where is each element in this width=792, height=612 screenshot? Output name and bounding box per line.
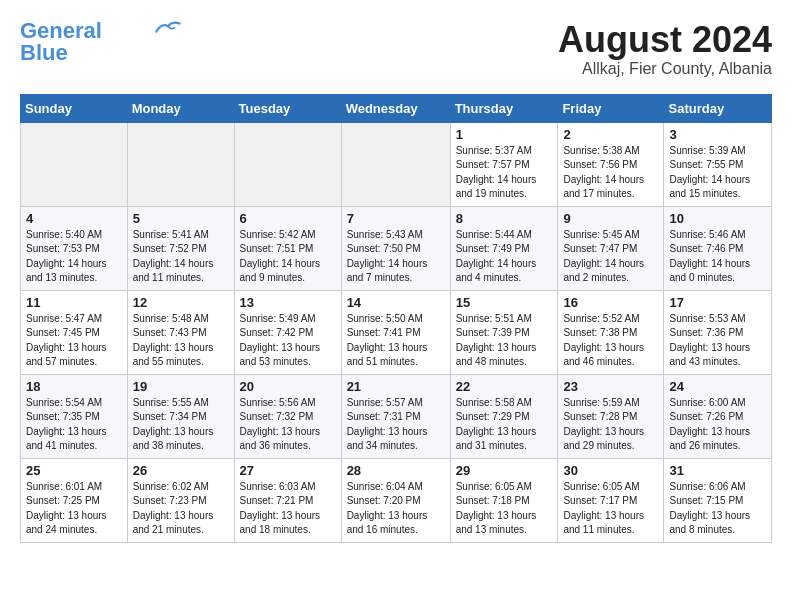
day-detail: Sunrise: 6:01 AM Sunset: 7:25 PM Dayligh… bbox=[26, 480, 122, 538]
day-number: 23 bbox=[563, 379, 658, 394]
calendar-cell: 18Sunrise: 5:54 AM Sunset: 7:35 PM Dayli… bbox=[21, 374, 128, 458]
day-number: 14 bbox=[347, 295, 445, 310]
calendar-cell: 2Sunrise: 5:38 AM Sunset: 7:56 PM Daylig… bbox=[558, 122, 664, 206]
week-row-2: 11Sunrise: 5:47 AM Sunset: 7:45 PM Dayli… bbox=[21, 290, 772, 374]
calendar-cell: 6Sunrise: 5:42 AM Sunset: 7:51 PM Daylig… bbox=[234, 206, 341, 290]
calendar-cell: 30Sunrise: 6:05 AM Sunset: 7:17 PM Dayli… bbox=[558, 458, 664, 542]
day-detail: Sunrise: 5:57 AM Sunset: 7:31 PM Dayligh… bbox=[347, 396, 445, 454]
logo: General Blue bbox=[20, 20, 182, 64]
day-number: 9 bbox=[563, 211, 658, 226]
calendar-cell: 15Sunrise: 5:51 AM Sunset: 7:39 PM Dayli… bbox=[450, 290, 558, 374]
day-number: 28 bbox=[347, 463, 445, 478]
week-row-4: 25Sunrise: 6:01 AM Sunset: 7:25 PM Dayli… bbox=[21, 458, 772, 542]
calendar-cell bbox=[127, 122, 234, 206]
day-detail: Sunrise: 5:39 AM Sunset: 7:55 PM Dayligh… bbox=[669, 144, 766, 202]
calendar-cell: 28Sunrise: 6:04 AM Sunset: 7:20 PM Dayli… bbox=[341, 458, 450, 542]
day-number: 20 bbox=[240, 379, 336, 394]
day-number: 2 bbox=[563, 127, 658, 142]
logo-bird-icon bbox=[154, 19, 182, 37]
title-block: August 2024 Allkaj, Fier County, Albania bbox=[558, 20, 772, 78]
calendar-cell: 22Sunrise: 5:58 AM Sunset: 7:29 PM Dayli… bbox=[450, 374, 558, 458]
day-detail: Sunrise: 5:41 AM Sunset: 7:52 PM Dayligh… bbox=[133, 228, 229, 286]
day-number: 22 bbox=[456, 379, 553, 394]
day-number: 12 bbox=[133, 295, 229, 310]
day-detail: Sunrise: 5:59 AM Sunset: 7:28 PM Dayligh… bbox=[563, 396, 658, 454]
calendar-cell: 13Sunrise: 5:49 AM Sunset: 7:42 PM Dayli… bbox=[234, 290, 341, 374]
location: Allkaj, Fier County, Albania bbox=[558, 60, 772, 78]
calendar-cell: 11Sunrise: 5:47 AM Sunset: 7:45 PM Dayli… bbox=[21, 290, 128, 374]
month-title: August 2024 bbox=[558, 20, 772, 60]
calendar-cell: 23Sunrise: 5:59 AM Sunset: 7:28 PM Dayli… bbox=[558, 374, 664, 458]
day-detail: Sunrise: 5:45 AM Sunset: 7:47 PM Dayligh… bbox=[563, 228, 658, 286]
calendar-cell: 31Sunrise: 6:06 AM Sunset: 7:15 PM Dayli… bbox=[664, 458, 772, 542]
weekday-header-row: SundayMondayTuesdayWednesdayThursdayFrid… bbox=[21, 94, 772, 122]
weekday-header-wednesday: Wednesday bbox=[341, 94, 450, 122]
day-detail: Sunrise: 6:06 AM Sunset: 7:15 PM Dayligh… bbox=[669, 480, 766, 538]
day-detail: Sunrise: 5:56 AM Sunset: 7:32 PM Dayligh… bbox=[240, 396, 336, 454]
calendar-cell: 1Sunrise: 5:37 AM Sunset: 7:57 PM Daylig… bbox=[450, 122, 558, 206]
weekday-header-monday: Monday bbox=[127, 94, 234, 122]
weekday-header-tuesday: Tuesday bbox=[234, 94, 341, 122]
week-row-0: 1Sunrise: 5:37 AM Sunset: 7:57 PM Daylig… bbox=[21, 122, 772, 206]
day-detail: Sunrise: 6:00 AM Sunset: 7:26 PM Dayligh… bbox=[669, 396, 766, 454]
day-number: 17 bbox=[669, 295, 766, 310]
day-number: 1 bbox=[456, 127, 553, 142]
calendar-cell bbox=[341, 122, 450, 206]
day-number: 7 bbox=[347, 211, 445, 226]
calendar-cell: 26Sunrise: 6:02 AM Sunset: 7:23 PM Dayli… bbox=[127, 458, 234, 542]
day-detail: Sunrise: 5:48 AM Sunset: 7:43 PM Dayligh… bbox=[133, 312, 229, 370]
calendar-cell: 3Sunrise: 5:39 AM Sunset: 7:55 PM Daylig… bbox=[664, 122, 772, 206]
weekday-header-friday: Friday bbox=[558, 94, 664, 122]
day-number: 26 bbox=[133, 463, 229, 478]
day-number: 6 bbox=[240, 211, 336, 226]
calendar-cell: 5Sunrise: 5:41 AM Sunset: 7:52 PM Daylig… bbox=[127, 206, 234, 290]
day-detail: Sunrise: 5:44 AM Sunset: 7:49 PM Dayligh… bbox=[456, 228, 553, 286]
day-detail: Sunrise: 6:05 AM Sunset: 7:17 PM Dayligh… bbox=[563, 480, 658, 538]
weekday-header-thursday: Thursday bbox=[450, 94, 558, 122]
day-detail: Sunrise: 5:51 AM Sunset: 7:39 PM Dayligh… bbox=[456, 312, 553, 370]
day-detail: Sunrise: 5:47 AM Sunset: 7:45 PM Dayligh… bbox=[26, 312, 122, 370]
calendar-cell: 17Sunrise: 5:53 AM Sunset: 7:36 PM Dayli… bbox=[664, 290, 772, 374]
calendar-cell: 14Sunrise: 5:50 AM Sunset: 7:41 PM Dayli… bbox=[341, 290, 450, 374]
day-number: 10 bbox=[669, 211, 766, 226]
calendar-cell: 20Sunrise: 5:56 AM Sunset: 7:32 PM Dayli… bbox=[234, 374, 341, 458]
calendar-cell: 19Sunrise: 5:55 AM Sunset: 7:34 PM Dayli… bbox=[127, 374, 234, 458]
day-detail: Sunrise: 5:58 AM Sunset: 7:29 PM Dayligh… bbox=[456, 396, 553, 454]
day-number: 27 bbox=[240, 463, 336, 478]
calendar-body: 1Sunrise: 5:37 AM Sunset: 7:57 PM Daylig… bbox=[21, 122, 772, 542]
day-detail: Sunrise: 5:52 AM Sunset: 7:38 PM Dayligh… bbox=[563, 312, 658, 370]
calendar-cell: 21Sunrise: 5:57 AM Sunset: 7:31 PM Dayli… bbox=[341, 374, 450, 458]
day-detail: Sunrise: 5:54 AM Sunset: 7:35 PM Dayligh… bbox=[26, 396, 122, 454]
day-number: 31 bbox=[669, 463, 766, 478]
day-detail: Sunrise: 5:46 AM Sunset: 7:46 PM Dayligh… bbox=[669, 228, 766, 286]
calendar-cell: 27Sunrise: 6:03 AM Sunset: 7:21 PM Dayli… bbox=[234, 458, 341, 542]
logo-blue: Blue bbox=[20, 42, 68, 64]
day-detail: Sunrise: 5:50 AM Sunset: 7:41 PM Dayligh… bbox=[347, 312, 445, 370]
weekday-header-saturday: Saturday bbox=[664, 94, 772, 122]
day-detail: Sunrise: 5:53 AM Sunset: 7:36 PM Dayligh… bbox=[669, 312, 766, 370]
week-row-1: 4Sunrise: 5:40 AM Sunset: 7:53 PM Daylig… bbox=[21, 206, 772, 290]
calendar-cell: 4Sunrise: 5:40 AM Sunset: 7:53 PM Daylig… bbox=[21, 206, 128, 290]
day-number: 25 bbox=[26, 463, 122, 478]
day-detail: Sunrise: 6:02 AM Sunset: 7:23 PM Dayligh… bbox=[133, 480, 229, 538]
calendar-cell: 12Sunrise: 5:48 AM Sunset: 7:43 PM Dayli… bbox=[127, 290, 234, 374]
day-detail: Sunrise: 5:49 AM Sunset: 7:42 PM Dayligh… bbox=[240, 312, 336, 370]
day-number: 21 bbox=[347, 379, 445, 394]
day-number: 29 bbox=[456, 463, 553, 478]
day-detail: Sunrise: 6:03 AM Sunset: 7:21 PM Dayligh… bbox=[240, 480, 336, 538]
day-number: 15 bbox=[456, 295, 553, 310]
calendar-cell: 24Sunrise: 6:00 AM Sunset: 7:26 PM Dayli… bbox=[664, 374, 772, 458]
calendar-cell: 10Sunrise: 5:46 AM Sunset: 7:46 PM Dayli… bbox=[664, 206, 772, 290]
week-row-3: 18Sunrise: 5:54 AM Sunset: 7:35 PM Dayli… bbox=[21, 374, 772, 458]
day-detail: Sunrise: 6:05 AM Sunset: 7:18 PM Dayligh… bbox=[456, 480, 553, 538]
calendar-cell: 7Sunrise: 5:43 AM Sunset: 7:50 PM Daylig… bbox=[341, 206, 450, 290]
calendar-cell: 25Sunrise: 6:01 AM Sunset: 7:25 PM Dayli… bbox=[21, 458, 128, 542]
day-detail: Sunrise: 5:38 AM Sunset: 7:56 PM Dayligh… bbox=[563, 144, 658, 202]
day-number: 4 bbox=[26, 211, 122, 226]
day-number: 19 bbox=[133, 379, 229, 394]
day-detail: Sunrise: 5:55 AM Sunset: 7:34 PM Dayligh… bbox=[133, 396, 229, 454]
day-number: 18 bbox=[26, 379, 122, 394]
day-detail: Sunrise: 5:40 AM Sunset: 7:53 PM Dayligh… bbox=[26, 228, 122, 286]
day-detail: Sunrise: 5:37 AM Sunset: 7:57 PM Dayligh… bbox=[456, 144, 553, 202]
calendar-cell: 8Sunrise: 5:44 AM Sunset: 7:49 PM Daylig… bbox=[450, 206, 558, 290]
